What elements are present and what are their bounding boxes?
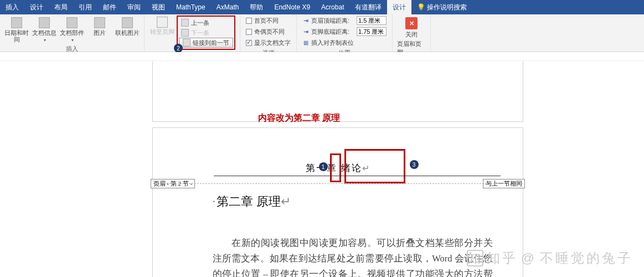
tab-mathtype[interactable]: MathType [171,0,211,14]
highlight-cursor [330,153,341,182]
checkbox-checked-icon [246,40,252,46]
tell-me-label: 操作说明搜索 [427,3,467,12]
header-underline [214,176,501,176]
horizontal-ruler[interactable] [0,52,644,61]
checkbox-icon [246,18,252,24]
tab-design1[interactable]: 设计 [24,0,49,14]
picture-icon [94,17,105,28]
tab-axmath[interactable]: AxMath [211,0,245,14]
group-insert: 日期和时间 文档信息 文档部件 图片 联机图片 插入 [0,14,145,52]
btn-datetime[interactable]: 日期和时间 [4,16,29,43]
opt-first-diff[interactable]: 首页不同 [245,16,292,25]
nav-link-highlight: 上一条 下一条 链接到前一节 [177,16,235,50]
watermark: 知 知乎 @ 不睡觉的兔子 [467,249,633,267]
doc-heading[interactable]: 第二章 原理↵ [213,193,523,210]
align-tab-icon: ⊞ [302,39,309,47]
group-nav: 转至页脚 上一条 下一条 链接到前一节 导航 2 [145,14,240,52]
annotation-text: 内容改为第二章 原理 [258,112,340,124]
checkbox-icon [246,29,252,35]
ribbon-panel: 日期和时间 文档信息 文档部件 图片 联机图片 插入 转至页脚 上一条 下一条 … [0,14,644,52]
return-mark-icon: ↵ [281,194,291,208]
btn-insert-align-tab[interactable]: ⊞插入对齐制表位 [301,38,388,48]
header-boundary [153,183,523,184]
annotation-badge-3: 3 [410,160,419,169]
ribbon-tabs: 插入 设计 布局 引用 邮件 审阅 视图 MathType AxMath 帮助 … [0,0,644,14]
tab-acrobat[interactable]: Acrobat [316,0,349,14]
tick-icon: ⇥ [302,28,309,35]
btn-prev-section[interactable]: 上一条 [179,18,233,28]
zhihu-logo-icon: 知 [467,250,483,266]
header-region[interactable]: 1 第一章 绪论↵ 3 [153,158,523,178]
tab-endnote[interactable]: EndNote X9 [269,0,316,14]
tab-ref[interactable]: 引用 [73,0,97,14]
doc-paragraph[interactable]: 在新的阅读视图中阅读更加容易。可以折叠文档某些部分并关注所需文本。如果在到达结尾… [213,235,493,277]
btn-link-to-previous[interactable]: 链接到前一节 [179,38,233,48]
lbl-footer-bot: 页脚底端距离: [311,28,354,36]
up-arrow-icon [181,19,189,27]
input-header-top[interactable] [357,16,387,25]
group-position: ⇥页眉顶端距离: ⇥页脚底端距离: ⊞插入对齐制表位 位置 [297,14,393,52]
watermark-text: 不睡觉的兔子 [540,249,633,267]
opt-odd-even[interactable]: 奇偶页不同 [245,27,292,37]
close-icon: ✕ [405,17,418,29]
opt-show-doc[interactable]: 显示文档文字 [245,38,292,48]
watermark-brand: 知乎 [487,249,518,267]
tab-design-hf[interactable]: 设计 [387,0,411,14]
annotation-badge-1: 1 [319,162,328,171]
calendar-icon [11,17,22,28]
tab-review[interactable]: 审阅 [122,0,146,14]
group-close: ✕ 关闭页眉和页脚 关闭 [393,14,431,52]
document-area: 内容改为第二章 原理 1 第一章 绪论↵ 3 页眉 - 第 2 节 - 与上一节… [0,52,644,277]
tab-help[interactable]: 帮助 [244,0,269,14]
tab-mail[interactable]: 邮件 [97,0,122,14]
btn-online-picture[interactable]: 联机图片 [115,16,140,36]
lbl-header-top: 页眉顶端距离: [311,17,354,25]
link-icon [183,39,190,47]
online-picture-icon [122,17,133,28]
goto-footer-icon [157,17,168,28]
docpart-icon [66,17,78,28]
lightbulb-icon: 💡 [417,3,425,11]
btn-picture[interactable]: 图片 [87,16,112,36]
down-arrow-icon [181,29,189,37]
tab-view[interactable]: 视图 [146,0,171,14]
btn-next-section[interactable]: 下一条 [179,28,233,38]
tab-youdao[interactable]: 有道翻译 [349,0,387,14]
btn-close-header-footer[interactable]: ✕ 关闭页眉和页脚 [397,16,426,57]
highlight-header-text [344,149,405,183]
watermark-author: @ [521,250,537,266]
btn-goto-footer[interactable]: 转至页脚 [149,16,176,36]
annotation-badge-2: 2 [174,44,183,53]
tick-icon: ⇥ [302,17,309,24]
docinfo-icon [39,17,50,28]
btn-docpart[interactable]: 文档部件 [60,16,84,44]
group-options: 首页不同 奇偶页不同 显示文档文字 选项 [240,14,297,52]
input-footer-bot[interactable] [357,27,387,36]
btn-docinfo[interactable]: 文档信息 [32,16,56,44]
tab-layout[interactable]: 布局 [49,0,73,14]
tell-me-search[interactable]: 💡 操作说明搜索 [411,0,472,14]
tab-insert[interactable]: 插入 [0,0,24,14]
